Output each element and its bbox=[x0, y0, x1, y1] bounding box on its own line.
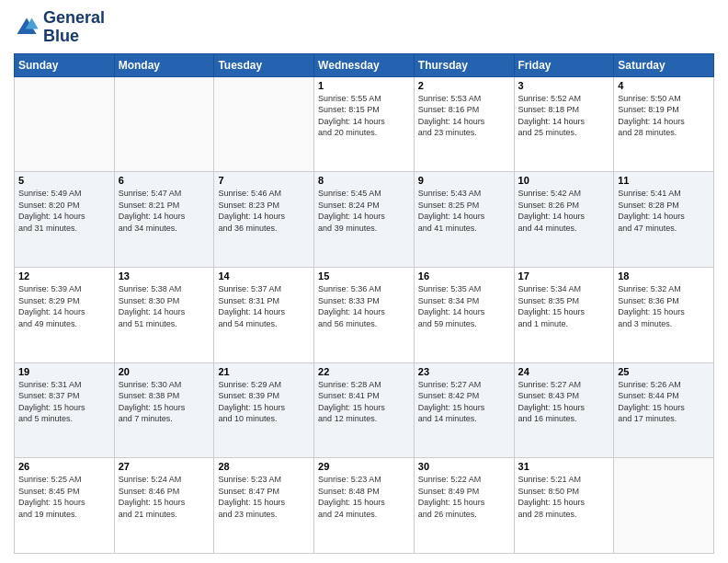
day-info: Sunrise: 5:34 AM Sunset: 8:35 PM Dayligh… bbox=[518, 283, 610, 329]
day-info: Sunrise: 5:41 AM Sunset: 8:28 PM Dayligh… bbox=[618, 188, 710, 234]
calendar-cell: 10Sunrise: 5:42 AM Sunset: 8:26 PM Dayli… bbox=[514, 172, 614, 268]
day-info: Sunrise: 5:25 AM Sunset: 8:45 PM Dayligh… bbox=[18, 474, 110, 520]
day-info: Sunrise: 5:36 AM Sunset: 8:33 PM Dayligh… bbox=[318, 283, 410, 329]
day-info: Sunrise: 5:26 AM Sunset: 8:44 PM Dayligh… bbox=[618, 379, 710, 425]
day-info: Sunrise: 5:45 AM Sunset: 8:24 PM Dayligh… bbox=[318, 188, 410, 234]
day-number: 21 bbox=[218, 366, 310, 377]
calendar-cell: 20Sunrise: 5:30 AM Sunset: 8:38 PM Dayli… bbox=[114, 362, 214, 458]
day-number: 25 bbox=[618, 366, 710, 377]
day-number: 8 bbox=[318, 175, 410, 186]
calendar-day-header: Wednesday bbox=[314, 53, 415, 76]
calendar-day-header: Saturday bbox=[614, 53, 714, 76]
calendar-cell bbox=[214, 76, 314, 172]
calendar-cell bbox=[15, 76, 115, 172]
logo: General Blue bbox=[14, 9, 105, 46]
day-number: 24 bbox=[518, 366, 610, 377]
calendar-cell: 15Sunrise: 5:36 AM Sunset: 8:33 PM Dayli… bbox=[314, 267, 415, 362]
calendar-cell: 14Sunrise: 5:37 AM Sunset: 8:31 PM Dayli… bbox=[214, 267, 314, 362]
day-number: 22 bbox=[318, 366, 410, 377]
day-info: Sunrise: 5:23 AM Sunset: 8:48 PM Dayligh… bbox=[318, 474, 410, 520]
day-info: Sunrise: 5:24 AM Sunset: 8:46 PM Dayligh… bbox=[119, 474, 210, 520]
calendar-day-header: Sunday bbox=[15, 53, 115, 76]
calendar-cell: 2Sunrise: 5:53 AM Sunset: 8:16 PM Daylig… bbox=[414, 76, 514, 172]
day-info: Sunrise: 5:28 AM Sunset: 8:41 PM Dayligh… bbox=[318, 379, 410, 425]
day-number: 16 bbox=[418, 270, 510, 282]
day-info: Sunrise: 5:31 AM Sunset: 8:37 PM Dayligh… bbox=[18, 379, 110, 425]
calendar-cell: 26Sunrise: 5:25 AM Sunset: 8:45 PM Dayli… bbox=[15, 458, 115, 554]
calendar-week-row: 12Sunrise: 5:39 AM Sunset: 8:29 PM Dayli… bbox=[15, 267, 714, 362]
calendar-cell: 8Sunrise: 5:45 AM Sunset: 8:24 PM Daylig… bbox=[314, 172, 415, 268]
day-info: Sunrise: 5:23 AM Sunset: 8:47 PM Dayligh… bbox=[218, 474, 310, 520]
calendar-table: SundayMondayTuesdayWednesdayThursdayFrid… bbox=[14, 53, 714, 554]
day-number: 31 bbox=[518, 461, 610, 472]
day-number: 9 bbox=[418, 175, 510, 186]
day-number: 20 bbox=[119, 366, 210, 377]
day-number: 11 bbox=[618, 175, 710, 186]
day-number: 13 bbox=[119, 270, 210, 282]
day-number: 6 bbox=[119, 175, 210, 186]
calendar-day-header: Thursday bbox=[414, 53, 514, 76]
day-number: 26 bbox=[18, 461, 110, 472]
day-info: Sunrise: 5:35 AM Sunset: 8:34 PM Dayligh… bbox=[418, 283, 510, 329]
day-number: 28 bbox=[218, 461, 310, 472]
day-info: Sunrise: 5:50 AM Sunset: 8:19 PM Dayligh… bbox=[618, 93, 710, 139]
day-number: 19 bbox=[18, 366, 110, 377]
day-number: 15 bbox=[318, 270, 410, 282]
day-info: Sunrise: 5:52 AM Sunset: 8:18 PM Dayligh… bbox=[518, 93, 610, 139]
calendar-cell: 9Sunrise: 5:43 AM Sunset: 8:25 PM Daylig… bbox=[414, 172, 514, 268]
day-info: Sunrise: 5:37 AM Sunset: 8:31 PM Dayligh… bbox=[218, 283, 310, 329]
day-number: 3 bbox=[518, 80, 610, 91]
day-info: Sunrise: 5:32 AM Sunset: 8:36 PM Dayligh… bbox=[618, 283, 710, 329]
calendar-day-header: Monday bbox=[114, 53, 214, 76]
day-number: 10 bbox=[518, 175, 610, 186]
calendar-cell: 19Sunrise: 5:31 AM Sunset: 8:37 PM Dayli… bbox=[15, 362, 115, 458]
day-number: 18 bbox=[618, 270, 710, 282]
calendar-cell: 13Sunrise: 5:38 AM Sunset: 8:30 PM Dayli… bbox=[114, 267, 214, 362]
calendar-cell: 25Sunrise: 5:26 AM Sunset: 8:44 PM Dayli… bbox=[614, 362, 714, 458]
calendar-cell bbox=[114, 76, 214, 172]
day-info: Sunrise: 5:46 AM Sunset: 8:23 PM Dayligh… bbox=[218, 188, 310, 234]
logo-icon bbox=[14, 15, 40, 40]
day-number: 14 bbox=[218, 270, 310, 282]
day-info: Sunrise: 5:27 AM Sunset: 8:42 PM Dayligh… bbox=[418, 379, 510, 425]
day-info: Sunrise: 5:21 AM Sunset: 8:50 PM Dayligh… bbox=[518, 474, 610, 520]
calendar-week-row: 19Sunrise: 5:31 AM Sunset: 8:37 PM Dayli… bbox=[15, 362, 714, 458]
day-info: Sunrise: 5:55 AM Sunset: 8:15 PM Dayligh… bbox=[318, 93, 410, 139]
page: General Blue SundayMondayTuesdayWednesda… bbox=[0, 0, 728, 563]
day-number: 23 bbox=[418, 366, 510, 377]
calendar-cell: 30Sunrise: 5:22 AM Sunset: 8:49 PM Dayli… bbox=[414, 458, 514, 554]
day-info: Sunrise: 5:42 AM Sunset: 8:26 PM Dayligh… bbox=[518, 188, 610, 234]
calendar-cell: 24Sunrise: 5:27 AM Sunset: 8:43 PM Dayli… bbox=[514, 362, 614, 458]
calendar-cell: 29Sunrise: 5:23 AM Sunset: 8:48 PM Dayli… bbox=[314, 458, 415, 554]
day-number: 30 bbox=[418, 461, 510, 472]
day-info: Sunrise: 5:38 AM Sunset: 8:30 PM Dayligh… bbox=[119, 283, 210, 329]
day-number: 2 bbox=[418, 80, 510, 91]
day-number: 29 bbox=[318, 461, 410, 472]
calendar-week-row: 5Sunrise: 5:49 AM Sunset: 8:20 PM Daylig… bbox=[15, 172, 714, 268]
day-info: Sunrise: 5:22 AM Sunset: 8:49 PM Dayligh… bbox=[418, 474, 510, 520]
header: General Blue bbox=[14, 9, 714, 46]
calendar-cell: 4Sunrise: 5:50 AM Sunset: 8:19 PM Daylig… bbox=[614, 76, 714, 172]
calendar-cell: 11Sunrise: 5:41 AM Sunset: 8:28 PM Dayli… bbox=[614, 172, 714, 268]
day-info: Sunrise: 5:53 AM Sunset: 8:16 PM Dayligh… bbox=[418, 93, 510, 139]
day-info: Sunrise: 5:43 AM Sunset: 8:25 PM Dayligh… bbox=[418, 188, 510, 234]
calendar-cell: 28Sunrise: 5:23 AM Sunset: 8:47 PM Dayli… bbox=[214, 458, 314, 554]
day-info: Sunrise: 5:30 AM Sunset: 8:38 PM Dayligh… bbox=[119, 379, 210, 425]
day-number: 4 bbox=[618, 80, 710, 91]
day-info: Sunrise: 5:49 AM Sunset: 8:20 PM Dayligh… bbox=[18, 188, 110, 234]
day-info: Sunrise: 5:47 AM Sunset: 8:21 PM Dayligh… bbox=[119, 188, 210, 234]
day-info: Sunrise: 5:27 AM Sunset: 8:43 PM Dayligh… bbox=[518, 379, 610, 425]
calendar-cell: 17Sunrise: 5:34 AM Sunset: 8:35 PM Dayli… bbox=[514, 267, 614, 362]
day-number: 17 bbox=[518, 270, 610, 282]
calendar-cell: 21Sunrise: 5:29 AM Sunset: 8:39 PM Dayli… bbox=[214, 362, 314, 458]
calendar-cell: 27Sunrise: 5:24 AM Sunset: 8:46 PM Dayli… bbox=[114, 458, 214, 554]
calendar-cell: 3Sunrise: 5:52 AM Sunset: 8:18 PM Daylig… bbox=[514, 76, 614, 172]
calendar-cell: 16Sunrise: 5:35 AM Sunset: 8:34 PM Dayli… bbox=[414, 267, 514, 362]
calendar-cell: 23Sunrise: 5:27 AM Sunset: 8:42 PM Dayli… bbox=[414, 362, 514, 458]
calendar-cell: 22Sunrise: 5:28 AM Sunset: 8:41 PM Dayli… bbox=[314, 362, 415, 458]
calendar-cell: 12Sunrise: 5:39 AM Sunset: 8:29 PM Dayli… bbox=[15, 267, 115, 362]
day-number: 1 bbox=[318, 80, 410, 91]
day-number: 5 bbox=[18, 175, 110, 186]
calendar-day-header: Friday bbox=[514, 53, 614, 76]
day-number: 12 bbox=[18, 270, 110, 282]
